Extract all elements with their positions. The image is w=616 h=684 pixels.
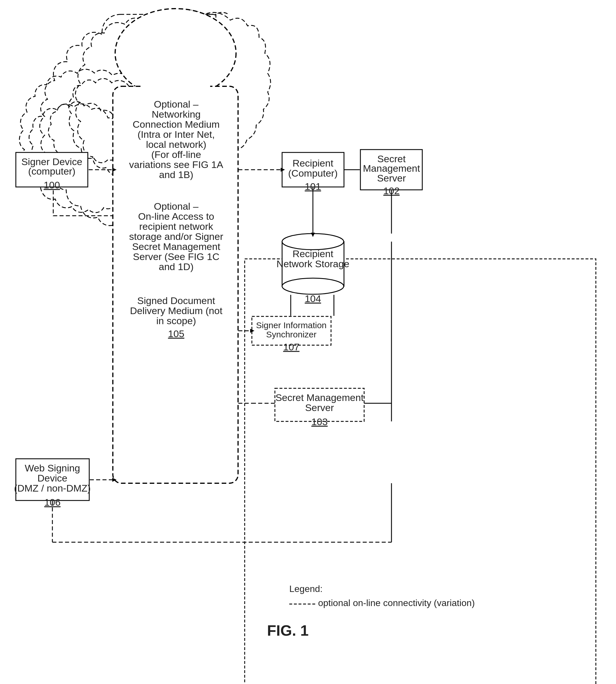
secret-mgmt-bottom-label1: Secret Management — [276, 392, 364, 403]
signer-sync-label2: Synchronizer — [266, 329, 316, 339]
optional-online-label1: Optional – — [154, 201, 199, 212]
secret-mgmt-top-label3: Server — [377, 173, 406, 183]
web-signing-label3: (DMZ / non-DMZ) — [14, 483, 91, 494]
optional-online-label6: Server (See FIG 1C — [133, 251, 219, 262]
optional-network-label2: Networking — [152, 109, 201, 120]
secret-mgmt-bottom-label2: Server — [305, 402, 334, 413]
optional-network-label1: Optional – — [154, 99, 199, 110]
web-signing-label2: Device — [38, 473, 67, 483]
storage-id: 104 — [305, 293, 321, 304]
legend-text: optional on-line connectivity (variation… — [318, 598, 475, 608]
storage-cylinder-bottom — [282, 278, 344, 294]
optional-network-label5: local network) — [146, 139, 206, 150]
optional-network-label8: and 1B) — [159, 169, 193, 180]
optional-network-label3: Connection Medium — [133, 119, 220, 130]
optional-online-label2: On-line Access to — [138, 211, 215, 222]
signer-device-label2: (computer) — [28, 166, 75, 177]
signer-device-id: 100 — [44, 180, 60, 190]
signer-sync-id: 107 — [283, 341, 300, 352]
signed-doc-label3: in scope) — [156, 315, 196, 326]
bubble-body-connector — [141, 84, 210, 98]
diagram-container: Signer Device (computer) 100 Web Signing… — [0, 0, 616, 684]
web-signing-label1: Web Signing — [25, 462, 80, 474]
optional-online-label5: Secret Management — [132, 241, 220, 252]
optional-network-label7: variations see FIG 1A — [129, 159, 223, 170]
recipient-label2: (Computer) — [288, 168, 338, 179]
signer-sync-label1: Signer Information — [256, 320, 326, 330]
optional-network-label6: (For off-line — [151, 149, 201, 160]
signed-doc-label2: Delivery Medium (not — [130, 305, 222, 316]
optional-online-label3: recipient network — [139, 221, 213, 232]
optional-network-label4: (Intra or Inter Net, — [138, 129, 215, 140]
optional-online-label7: and 1D) — [159, 261, 194, 272]
fig-label: FIG. 1 — [267, 622, 309, 639]
signed-doc-id: 105 — [168, 328, 184, 339]
secret-mgmt-top-label2: Management — [363, 163, 420, 174]
recipient-label1: Recipient — [292, 158, 333, 168]
optional-online-label4: storage and/or Signer — [129, 231, 223, 242]
legend-title: Legend: — [289, 584, 323, 594]
storage-label2: Network Storage — [276, 258, 349, 269]
signed-doc-label1: Signed Document — [137, 295, 215, 306]
secret-mgmt-bottom-id: 103 — [311, 416, 328, 427]
storage-label1: Recipient — [292, 248, 333, 259]
